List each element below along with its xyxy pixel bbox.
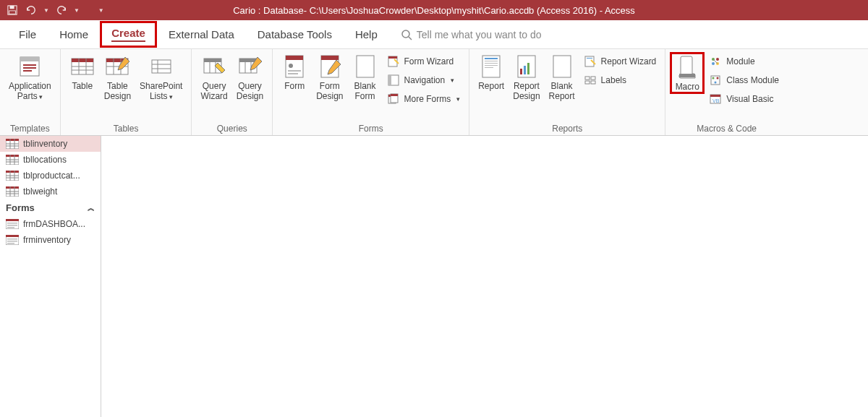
sharepoint-lists-button[interactable]: SharePoint Lists▾ bbox=[135, 52, 187, 103]
form-button[interactable]: Form bbox=[277, 52, 312, 93]
nav-form-item[interactable]: frminventory bbox=[0, 232, 101, 248]
svg-rect-65 bbox=[591, 81, 595, 84]
ribbon-tabs: File Home Create External Data Database … bbox=[0, 20, 868, 49]
nav-table-item[interactable]: tblinventory bbox=[0, 136, 101, 152]
more-forms-icon bbox=[387, 93, 400, 106]
tab-database-tools[interactable]: Database Tools bbox=[246, 22, 344, 46]
undo-icon[interactable] bbox=[25, 4, 38, 17]
group-templates: Application Parts▾ Templates bbox=[0, 49, 61, 135]
query-design-button[interactable]: Query Design bbox=[232, 52, 268, 103]
redo-icon[interactable] bbox=[55, 4, 68, 17]
group-tables-label: Tables bbox=[65, 122, 187, 134]
form-design-icon bbox=[317, 53, 343, 79]
tab-external-data[interactable]: External Data bbox=[157, 22, 246, 46]
report-design-button[interactable]: Report Design bbox=[509, 52, 544, 103]
svg-rect-109 bbox=[6, 235, 19, 237]
search-placeholder: Tell me what you want to do bbox=[417, 29, 542, 40]
navigation-icon bbox=[387, 74, 400, 87]
qat-customize-icon[interactable]: ▼ bbox=[98, 7, 104, 14]
table-icon bbox=[69, 53, 95, 79]
svg-point-3 bbox=[402, 30, 409, 38]
svg-rect-39 bbox=[321, 56, 339, 60]
svg-rect-40 bbox=[357, 56, 374, 77]
dropdown-caret-icon: ▾ bbox=[456, 95, 460, 103]
dropdown-caret-icon: ▾ bbox=[39, 93, 43, 101]
redo-dropdown-icon[interactable]: ▼ bbox=[74, 7, 80, 14]
svg-point-74 bbox=[717, 77, 719, 79]
labels-button[interactable]: Labels bbox=[582, 72, 658, 88]
application-parts-button[interactable]: Application Parts▾ bbox=[4, 52, 56, 103]
svg-point-35 bbox=[289, 64, 293, 68]
application-parts-icon bbox=[17, 53, 43, 79]
form-icon bbox=[6, 235, 19, 245]
report-wizard-button[interactable]: Report Wizard bbox=[582, 53, 658, 69]
nav-table-item[interactable]: tblweight bbox=[0, 184, 101, 199]
group-reports-label: Reports bbox=[474, 122, 660, 134]
svg-rect-42 bbox=[388, 56, 397, 59]
svg-rect-107 bbox=[7, 227, 14, 228]
undo-dropdown-icon[interactable]: ▼ bbox=[43, 7, 49, 14]
group-forms: Form Form Design Blank Form Form Wizar bbox=[273, 49, 469, 135]
svg-rect-52 bbox=[485, 63, 498, 64]
tab-create-label: Create bbox=[111, 27, 145, 42]
svg-rect-63 bbox=[591, 77, 595, 79]
nav-table-item[interactable]: tblproductcat... bbox=[0, 168, 101, 184]
nav-item-label: tblinventory bbox=[23, 139, 67, 149]
group-reports: Report Report Design Blank Report Repo bbox=[469, 49, 665, 135]
svg-rect-77 bbox=[710, 95, 720, 97]
svg-rect-34 bbox=[286, 56, 303, 60]
nav-item-label: frminventory bbox=[23, 235, 71, 245]
form-wizard-button[interactable]: Form Wizard bbox=[386, 53, 462, 69]
query-wizard-button[interactable]: Query Wizard bbox=[196, 52, 231, 103]
table-design-button[interactable]: Table Design bbox=[100, 52, 135, 103]
window-title: Cario : Database- C:\Users\JoshuaCrowder… bbox=[233, 5, 635, 16]
nav-form-item[interactable]: frmDASHBOA... bbox=[0, 216, 101, 232]
tab-help[interactable]: Help bbox=[344, 22, 389, 46]
nav-forms-heading[interactable]: Forms ︽ bbox=[0, 199, 101, 216]
tell-me-search[interactable]: Tell me what you want to do bbox=[401, 29, 542, 40]
macro-button[interactable]: Macro bbox=[670, 52, 705, 94]
table-design-icon bbox=[104, 53, 130, 79]
tab-file[interactable]: File bbox=[7, 22, 48, 46]
svg-rect-59 bbox=[553, 56, 571, 77]
blank-report-button[interactable]: Blank Report bbox=[545, 52, 579, 103]
table-button[interactable]: Table bbox=[65, 52, 100, 93]
title-bar: ▼ ▼ ▼ Cario : Database- C:\Users\JoshuaC… bbox=[0, 0, 868, 20]
svg-rect-9 bbox=[23, 70, 32, 72]
dropdown-caret-icon: ▾ bbox=[169, 93, 173, 101]
svg-rect-64 bbox=[585, 81, 590, 84]
more-forms-button[interactable]: More Forms▾ bbox=[386, 91, 462, 107]
group-queries-label: Queries bbox=[196, 122, 268, 134]
svg-rect-37 bbox=[288, 73, 298, 74]
tab-create[interactable]: Create bbox=[100, 21, 157, 48]
svg-rect-58 bbox=[527, 63, 529, 74]
report-wizard-icon bbox=[584, 55, 597, 68]
navigation-button[interactable]: Navigation▾ bbox=[386, 72, 462, 88]
query-design-icon bbox=[237, 53, 263, 79]
quick-access-toolbar: ▼ ▼ ▼ bbox=[0, 4, 104, 17]
nav-table-item[interactable]: tbllocations bbox=[0, 152, 101, 168]
svg-rect-36 bbox=[288, 70, 301, 72]
svg-rect-61 bbox=[587, 58, 592, 59]
svg-rect-111 bbox=[7, 241, 17, 242]
report-icon bbox=[478, 53, 504, 79]
form-icon bbox=[281, 53, 307, 79]
form-wizard-icon bbox=[387, 55, 400, 68]
module-button[interactable]: Module bbox=[707, 53, 780, 69]
svg-rect-106 bbox=[7, 225, 17, 226]
query-wizard-icon bbox=[201, 53, 227, 79]
save-icon[interactable] bbox=[6, 4, 19, 17]
blank-form-icon bbox=[352, 53, 378, 79]
tab-home[interactable]: Home bbox=[48, 22, 100, 46]
svg-line-4 bbox=[409, 37, 412, 40]
collapse-icon[interactable]: ︽ bbox=[88, 203, 95, 213]
form-design-button[interactable]: Form Design bbox=[312, 52, 347, 103]
report-design-icon bbox=[514, 53, 540, 79]
svg-rect-26 bbox=[204, 59, 221, 62]
svg-rect-54 bbox=[485, 67, 493, 68]
visual-basic-button[interactable]: VB Visual Basic bbox=[707, 91, 780, 107]
report-button[interactable]: Report bbox=[474, 52, 509, 93]
blank-form-button[interactable]: Blank Form bbox=[348, 52, 383, 103]
class-module-icon bbox=[709, 74, 722, 87]
class-module-button[interactable]: Class Module bbox=[707, 72, 780, 88]
